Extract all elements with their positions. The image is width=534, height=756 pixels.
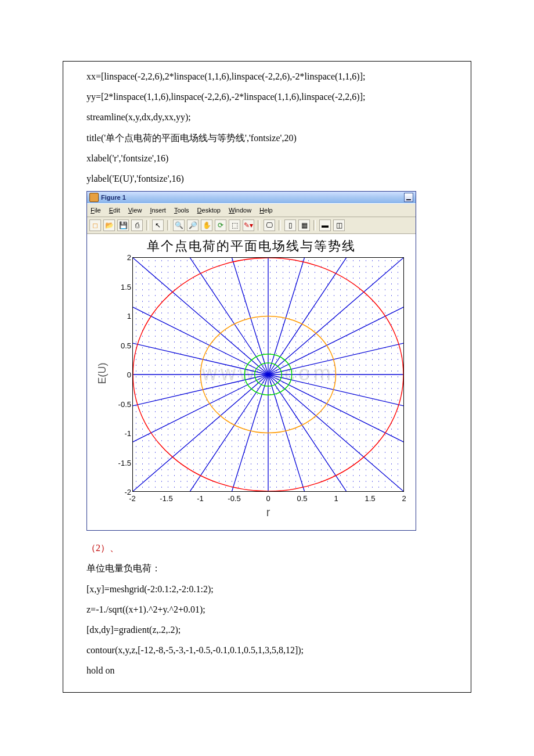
- section-subtitle: 单位电量负电荷：: [86, 558, 448, 578]
- svg-line-10: [133, 287, 268, 375]
- menu-edit[interactable]: Edit: [109, 207, 120, 214]
- code-line: ylabel('E(U)','fontsize',16): [86, 168, 448, 189]
- menu-window[interactable]: Window: [229, 207, 251, 214]
- toolbar-separator: [313, 220, 316, 231]
- x-tick-label: 0.5: [297, 494, 307, 503]
- window-menubar[interactable]: File Edit View Insert Tools Desktop Wind…: [87, 203, 416, 217]
- colorbar-icon[interactable]: ▯: [284, 219, 296, 231]
- toolbar-separator: [167, 220, 169, 231]
- svg-line-14: [133, 375, 268, 462]
- svg-line-1: [268, 329, 403, 375]
- y-tick-label: 1: [127, 312, 131, 321]
- link-icon[interactable]: 🖵: [264, 219, 275, 231]
- svg-line-22: [268, 375, 403, 462]
- toolbar-separator: [258, 220, 260, 231]
- zoom-out-icon[interactable]: 🔎: [187, 219, 199, 231]
- zoom-in-icon[interactable]: 🔍: [173, 219, 185, 231]
- figure-canvas: 单个点电荷的平面电场线与等势线 www. .com -2-1.5-1-0.500…: [87, 234, 416, 530]
- toolbar-separator: [146, 220, 149, 231]
- save-icon[interactable]: 💾: [117, 219, 129, 231]
- pointer-icon[interactable]: ↖: [152, 219, 164, 231]
- y-tick-label: 2: [127, 253, 131, 262]
- x-tick-label: -1: [197, 494, 204, 503]
- window-title: Figure 1: [101, 194, 126, 201]
- dock-icon[interactable]: ◫: [333, 219, 345, 231]
- menu-help[interactable]: Help: [259, 207, 273, 214]
- y-tick-label: -0.5: [118, 399, 131, 408]
- x-tick-label: -0.5: [228, 494, 240, 503]
- matlab-icon: [89, 193, 99, 202]
- y-tick-label: 0.5: [121, 341, 131, 350]
- y-tick-label: 0: [127, 370, 131, 379]
- svg-line-13: [133, 375, 268, 420]
- new-icon[interactable]: ◻: [89, 219, 101, 231]
- x-tick-label: 1: [334, 494, 338, 503]
- code-line: [x,y]=meshgrid(-2:0.1:2,-2:0.1:2);: [86, 579, 448, 599]
- menu-insert[interactable]: Insert: [150, 207, 166, 214]
- svg-line-16: [167, 375, 268, 491]
- matlab-figure-window: Figure 1 File Edit View Insert Tools Des…: [86, 191, 416, 531]
- pan-icon[interactable]: ✋: [201, 219, 212, 231]
- y-tick-label: -1.5: [118, 458, 131, 467]
- chart-svg: [133, 258, 403, 491]
- x-tick-label: 0: [266, 494, 270, 503]
- menu-desktop[interactable]: Desktop: [197, 207, 221, 214]
- brush-icon[interactable]: ✎▾: [243, 219, 254, 231]
- svg-line-11: [133, 329, 268, 375]
- legend-icon[interactable]: ▦: [298, 219, 310, 231]
- svg-line-4: [268, 258, 370, 375]
- code-line: hold on: [86, 660, 448, 681]
- hide-tools-icon[interactable]: ▬: [319, 219, 331, 231]
- minimize-icon[interactable]: [404, 193, 413, 202]
- code-line: [dx,dy]=gradient(z,.2,.2);: [86, 620, 448, 640]
- section-heading: （2）、: [86, 538, 448, 558]
- y-tick-label: -1: [124, 429, 131, 438]
- print-icon[interactable]: ⎙: [131, 219, 143, 231]
- code-line: xx=[linspace(-2,2,6),2*linspace(1,1,6),l…: [86, 66, 448, 87]
- code-line: streamline(x,y,dx,dy,xx,yy);: [86, 107, 448, 127]
- x-axis-ticks: -2-1.5-1-0.500.511.52: [132, 493, 404, 505]
- code-line: contour(x,y,z,[-12,-8,-5,-3,-1,-0.5,-0.1…: [86, 640, 448, 660]
- code-line: xlabel('r','fontsize',16): [86, 148, 448, 168]
- chart-title: 单个点电荷的平面电场线与等势线: [87, 237, 416, 255]
- window-titlebar[interactable]: Figure 1: [87, 192, 416, 203]
- y-axis-ticks: -2-1.5-1-0.500.511.52: [114, 257, 131, 492]
- x-tick-label: 2: [402, 494, 406, 503]
- svg-line-15: [133, 375, 268, 491]
- x-tick-label: -1.5: [160, 494, 172, 503]
- open-icon[interactable]: 📂: [103, 219, 115, 231]
- window-toolbar: ◻ 📂 💾 ⎙ ↖ 🔍 🔎 ✋ ⟳ ⬚ ✎▾ 🖵 ▯ ▦ ▬: [87, 217, 416, 234]
- menu-file[interactable]: File: [91, 207, 101, 214]
- document-frame: xx=[linspace(-2,2,6),2*linspace(1,1,6),l…: [63, 61, 471, 693]
- menu-view[interactable]: View: [128, 207, 142, 214]
- code-line: title('单个点电荷的平面电场线与等势线','fontsize',20): [86, 128, 448, 148]
- code-line: yy=[2*linspace(1,1,6),linspace(-2,2,6),-…: [86, 87, 448, 107]
- svg-line-3: [268, 258, 403, 375]
- code-line: z=-1./sqrt((x+1).^2+y.^2+0.01);: [86, 599, 448, 620]
- svg-line-21: [268, 375, 403, 491]
- y-axis-label: E(U): [96, 363, 109, 384]
- x-tick-label: 1.5: [365, 494, 375, 503]
- svg-line-8: [167, 258, 268, 375]
- svg-line-9: [133, 258, 268, 375]
- document-page: xx=[linspace(-2,2,6),2*linspace(1,1,6),l…: [0, 0, 534, 756]
- rotate-icon[interactable]: ⟳: [215, 219, 226, 231]
- svg-line-20: [268, 375, 370, 491]
- x-axis-label: r: [132, 506, 404, 519]
- svg-line-23: [268, 375, 403, 420]
- plot-area[interactable]: www. .com: [132, 257, 404, 492]
- x-tick-label: -2: [129, 494, 136, 503]
- y-tick-label: 1.5: [121, 282, 131, 291]
- menu-tools[interactable]: Tools: [174, 207, 189, 214]
- toolbar-separator: [279, 220, 281, 231]
- datatip-icon[interactable]: ⬚: [229, 219, 240, 231]
- svg-line-2: [268, 287, 403, 375]
